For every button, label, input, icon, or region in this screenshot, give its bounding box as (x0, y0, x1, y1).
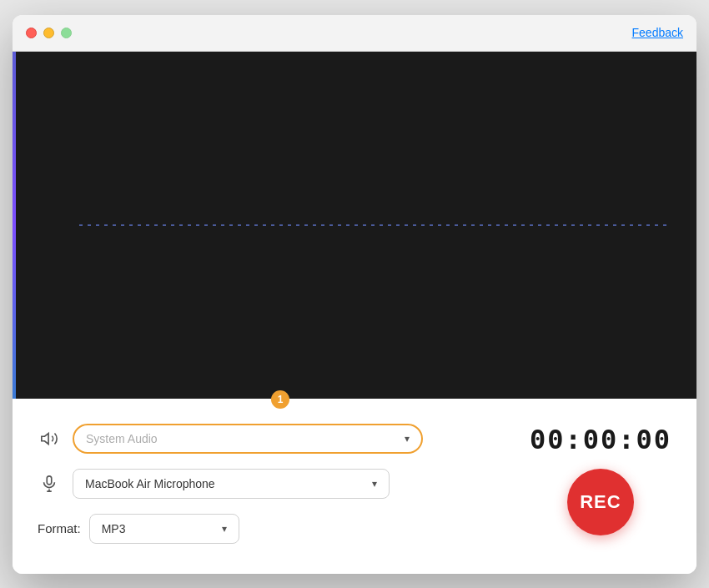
controls-right: 00:00:00 REC (530, 415, 671, 535)
maximize-button[interactable] (61, 28, 72, 38)
waveform-line (79, 224, 671, 226)
microphone-dropdown[interactable]: MacBook Air Microphone ▾ (73, 469, 390, 499)
badge-1: 1 (271, 390, 289, 409)
rec-button[interactable]: REC (567, 469, 634, 535)
format-dropdown[interactable]: MP3 ▾ (89, 514, 239, 544)
feedback-link[interactable]: Feedback (632, 26, 683, 39)
waveform-dots (79, 224, 671, 226)
rec-label: REC (580, 491, 621, 513)
svg-rect-1 (47, 475, 52, 484)
audio-source-chevron: ▾ (405, 433, 410, 445)
microphone-row: MacBook Air Microphone ▾ (38, 469, 530, 499)
format-row: Format: MP3 ▾ (38, 514, 530, 544)
color-bar (13, 52, 16, 399)
title-bar: Feedback (13, 15, 696, 52)
controls-left: System Audio ▾ MacBook Air Microphone (38, 424, 530, 544)
microphone-chevron: ▾ (372, 478, 377, 490)
minimize-button[interactable] (43, 28, 54, 38)
svg-marker-0 (42, 433, 48, 444)
audio-source-row: System Audio ▾ (38, 424, 530, 454)
microphone-icon (38, 475, 61, 493)
audio-source-dropdown[interactable]: System Audio ▾ (73, 424, 423, 454)
microphone-label: MacBook Air Microphone (85, 477, 215, 490)
timer-display: 00:00:00 (530, 424, 671, 455)
format-chevron: ▾ (222, 523, 227, 535)
audio-source-placeholder: System Audio (86, 432, 158, 445)
traffic-lights (26, 28, 72, 38)
format-label: Format: (38, 521, 81, 535)
main-window: Feedback 1 System Audio (13, 15, 696, 574)
controls-area: 1 System Audio ▾ (13, 399, 696, 574)
speaker-icon (38, 430, 61, 448)
video-area (13, 52, 696, 399)
format-value: MP3 (102, 522, 126, 535)
close-button[interactable] (26, 28, 37, 38)
